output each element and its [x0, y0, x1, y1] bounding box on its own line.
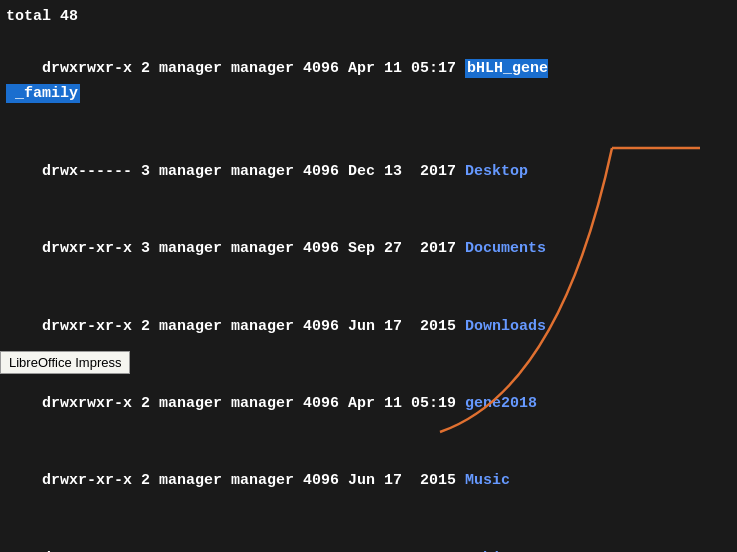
line-ncbi: drwxrwxr-x 3 manager manager 4096 Dec 7 … — [6, 520, 731, 552]
link-desktop[interactable]: Desktop — [465, 163, 528, 180]
link-documents[interactable]: Documents — [465, 240, 546, 257]
link-music[interactable]: Music — [465, 472, 510, 489]
line-bhlh: drwxrwxr-x 2 manager manager 4096 Apr 11… — [6, 30, 731, 133]
line-gene2018: drwxrwxr-x 2 manager manager 4096 Apr 11… — [6, 365, 731, 442]
libreoffice-tooltip: LibreOffice Impress — [0, 351, 130, 374]
line-desktop: drwx------ 3 manager manager 4096 Dec 13… — [6, 133, 731, 210]
link-downloads[interactable]: Downloads — [465, 318, 546, 335]
line-total: total 48 — [6, 4, 731, 30]
line-music: drwxr-xr-x 2 manager manager 4096 Jun 17… — [6, 443, 731, 520]
terminal-window: total 48 drwxrwxr-x 2 manager manager 40… — [0, 0, 737, 552]
line-documents: drwxr-xr-x 3 manager manager 4096 Sep 27… — [6, 210, 731, 287]
link-gene2018[interactable]: gene2018 — [465, 395, 537, 412]
